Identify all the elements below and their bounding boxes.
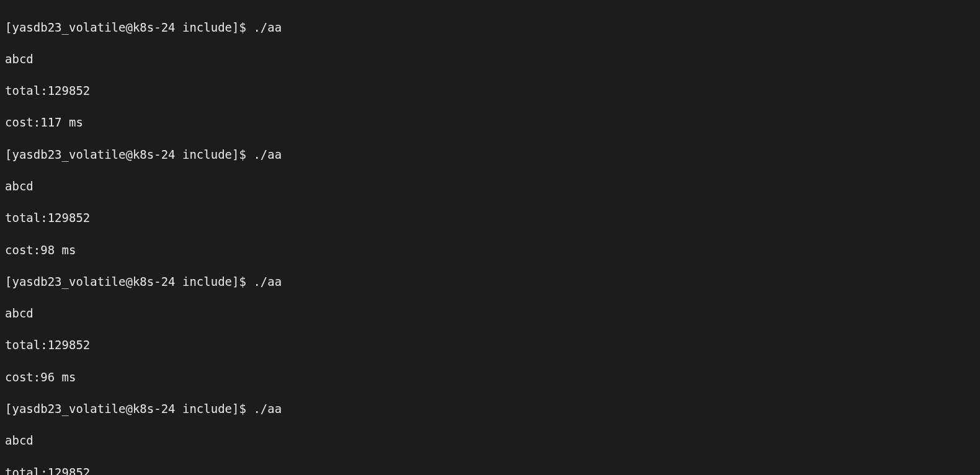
output-line: abcd: [5, 433, 975, 449]
output-line: abcd: [5, 306, 975, 322]
shell-prompt: [yasdb23_volatile@k8s-24 include]$: [5, 20, 253, 34]
output-line: cost:98 ms: [5, 242, 975, 259]
shell-prompt: [yasdb23_volatile@k8s-24 include]$: [5, 275, 253, 288]
output-line: total:129852: [5, 465, 975, 475]
prompt-line: [yasdb23_volatile@k8s-24 include]$ ./aa: [5, 147, 975, 163]
prompt-line: [yasdb23_volatile@k8s-24 include]$ ./aa: [5, 401, 975, 417]
output-line: total:129852: [5, 337, 975, 353]
prompt-line: [yasdb23_volatile@k8s-24 include]$ ./aa: [5, 20, 975, 36]
terminal-output[interactable]: [yasdb23_volatile@k8s-24 include]$ ./aa …: [0, 0, 980, 475]
output-line: cost:117 ms: [5, 115, 975, 131]
command-text: ./aa: [253, 148, 282, 161]
prompt-line: [yasdb23_volatile@k8s-24 include]$ ./aa: [5, 274, 975, 290]
shell-prompt: [yasdb23_volatile@k8s-24 include]$: [5, 402, 253, 415]
output-line: total:129852: [5, 210, 975, 226]
shell-prompt: [yasdb23_volatile@k8s-24 include]$: [5, 148, 253, 161]
output-line: total:129852: [5, 83, 975, 99]
command-text: ./aa: [253, 275, 282, 288]
command-text: ./aa: [253, 20, 282, 34]
output-line: cost:96 ms: [5, 370, 975, 386]
output-line: abcd: [5, 179, 975, 195]
command-text: ./aa: [253, 402, 282, 415]
output-line: abcd: [5, 51, 975, 68]
